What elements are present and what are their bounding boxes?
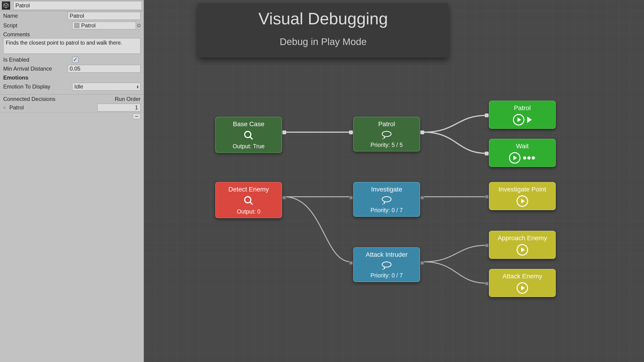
min-arrival-input[interactable] — [68, 65, 140, 73]
svg-point-9 — [382, 204, 384, 205]
comments-label: Comments — [3, 31, 30, 38]
play-ring-icon — [509, 152, 520, 164]
out-port[interactable] — [420, 261, 424, 265]
emotions-section-title: Emotions — [0, 73, 144, 82]
graph-canvas[interactable]: Visual Debugging Debug in Play Mode Base… — [144, 0, 644, 362]
in-port[interactable] — [349, 261, 353, 265]
node-sub: Priority: 5 / 5 — [356, 142, 417, 148]
svg-point-8 — [384, 202, 385, 204]
header-name-field[interactable]: Patrol — [13, 1, 142, 10]
title-sub: Debug in Play Mode — [207, 36, 439, 47]
node-investigate-point[interactable]: Investigate Point — [489, 182, 556, 210]
node-title: Investigate — [356, 186, 417, 193]
node-sub: Output: True — [218, 143, 279, 150]
node-wait[interactable]: Wait ••• — [489, 139, 556, 167]
in-port[interactable] — [485, 113, 488, 117]
name-label: Name — [3, 13, 68, 19]
in-port[interactable] — [349, 131, 353, 134]
svg-line-6 — [250, 202, 253, 205]
play-ring-icon — [513, 114, 524, 125]
in-port[interactable] — [485, 282, 488, 286]
magnify-icon — [218, 195, 279, 206]
svg-point-11 — [384, 268, 385, 269]
node-title: Attack Enemy — [492, 273, 553, 280]
script-label: Script — [3, 22, 72, 29]
magnify-icon — [218, 130, 279, 141]
emotion-value: Idle — [74, 83, 83, 90]
min-arrival-label: Min Arrival Distance — [3, 65, 68, 72]
node-title: Detect Enemy — [218, 186, 279, 193]
node-investigate[interactable]: Investigate Priority: 0 / 7 — [353, 182, 420, 217]
svg-point-4 — [382, 138, 384, 139]
node-detect-enemy[interactable]: Detect Enemy Output: 0 — [215, 182, 282, 218]
thought-icon — [356, 130, 417, 139]
node-patrol-action[interactable]: Patrol — [489, 101, 556, 129]
node-sub: Priority: 0 / 7 — [356, 207, 417, 214]
emotion-label: Emotion To Display — [3, 83, 72, 90]
node-title: Base Case — [218, 120, 279, 128]
inspector-panel: Patrol Name Script Patrol Comments Finds… — [0, 0, 144, 362]
svg-point-0 — [245, 131, 251, 138]
node-title: Wait — [492, 142, 553, 150]
play-icon — [527, 116, 532, 123]
out-port[interactable] — [282, 131, 286, 134]
drag-handle-icon[interactable]: ≡ — [3, 105, 6, 110]
connected-row[interactable]: ≡ Patrol 1 — [0, 103, 144, 113]
ellipsis-icon: ••• — [523, 156, 536, 160]
thought-icon — [356, 261, 417, 270]
connected-item-order[interactable]: 1 — [97, 104, 140, 111]
script-field[interactable]: Patrol — [72, 21, 136, 29]
svg-point-12 — [382, 269, 384, 270]
inspector-header: Patrol — [0, 0, 144, 11]
is-enabled-label: Is Enabled — [3, 56, 72, 63]
node-attack-enemy[interactable]: Attack Enemy — [489, 269, 556, 297]
is-enabled-checkbox[interactable] — [72, 57, 78, 63]
play-ring-icon — [516, 195, 528, 207]
title-main: Visual Debugging — [207, 9, 439, 28]
out-port[interactable] — [282, 196, 286, 200]
name-input[interactable] — [68, 12, 140, 20]
node-title: Patrol — [492, 104, 553, 112]
node-title: Patrol — [356, 120, 417, 128]
svg-point-5 — [245, 197, 251, 203]
script-value: Patrol — [81, 22, 96, 29]
connected-decisions-label: Connected Decisions — [3, 96, 56, 102]
divider — [0, 94, 144, 94]
node-title: Approach Enemy — [492, 234, 553, 242]
out-port[interactable] — [420, 131, 424, 134]
comments-textarea[interactable]: Finds the closest point to patrol to and… — [3, 38, 140, 54]
svg-point-3 — [384, 137, 385, 139]
out-port[interactable] — [420, 196, 424, 200]
svg-point-2 — [382, 131, 391, 136]
play-ring-icon — [516, 244, 528, 256]
node-title: Investigate Point — [492, 186, 553, 193]
node-sub: Priority: 0 / 7 — [356, 272, 417, 279]
unity-cube-icon — [2, 1, 10, 10]
node-patrol-decision[interactable]: Patrol Priority: 5 / 5 — [353, 117, 420, 151]
node-sub: Output: 0 — [218, 208, 279, 215]
svg-line-1 — [250, 137, 253, 139]
node-title: Attack Intruder — [356, 251, 417, 258]
connected-item-name: Patrol — [10, 104, 97, 111]
object-picker-icon[interactable] — [137, 24, 140, 27]
in-port[interactable] — [485, 195, 488, 199]
title-card: Visual Debugging Debug in Play Mode — [198, 3, 448, 57]
in-port[interactable] — [349, 196, 353, 200]
node-approach-enemy[interactable]: Approach Enemy — [489, 231, 556, 259]
thought-icon — [356, 195, 417, 205]
svg-point-10 — [382, 262, 391, 267]
in-port[interactable] — [485, 152, 488, 155]
dropdown-arrows-icon: ▴▾ — [137, 85, 138, 88]
svg-point-7 — [382, 197, 391, 202]
node-base-case[interactable]: Base Case Output: True — [215, 117, 282, 153]
run-order-label: Run Order — [115, 96, 140, 102]
remove-button[interactable]: − — [133, 113, 140, 119]
emotion-dropdown[interactable]: Idle ▴▾ — [72, 83, 140, 90]
in-port[interactable] — [485, 244, 488, 247]
script-file-icon — [74, 23, 79, 28]
node-attack-intruder[interactable]: Attack Intruder Priority: 0 / 7 — [353, 247, 420, 282]
play-ring-icon — [516, 282, 528, 294]
